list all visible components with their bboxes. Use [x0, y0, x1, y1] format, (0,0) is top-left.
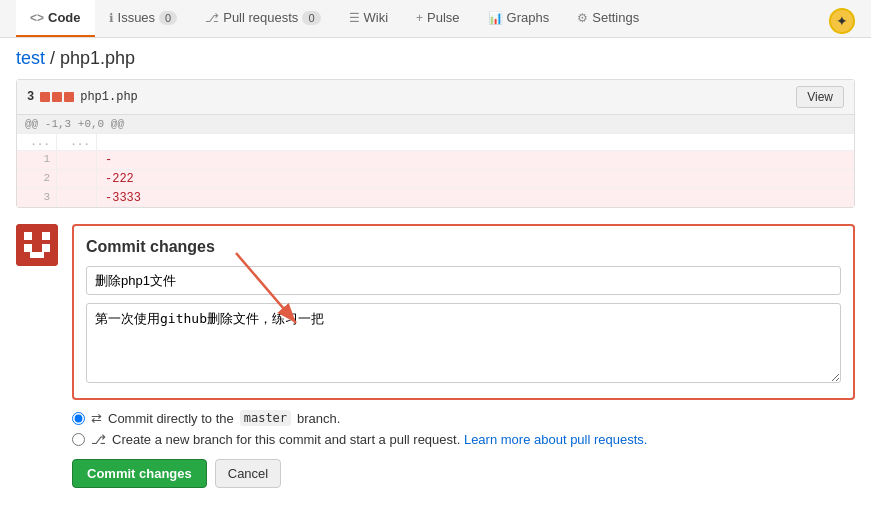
diff-row-context: ... ... [17, 134, 854, 151]
radio-new-branch-label: Create a new branch for this commit and … [112, 432, 460, 447]
diff-row-removed-1: 1 - [17, 151, 854, 170]
diff-squares [40, 92, 74, 102]
radio-direct-icon: ⇄ [91, 411, 102, 426]
tab-issues-label: Issues [118, 10, 156, 25]
line-num-old-3: 2 [17, 170, 57, 188]
nav-tabs: <> Code ℹ Issues 0 ⎇ Pull requests 0 ☰ W… [0, 0, 871, 38]
wiki-icon: ☰ [349, 11, 360, 25]
breadcrumb: test / php1.php [0, 38, 871, 79]
view-button[interactable]: View [796, 86, 844, 108]
line-num-new-3 [57, 170, 97, 188]
pr-icon: ⎇ [205, 11, 219, 25]
pr-icon-radio: ⎇ [91, 432, 106, 447]
commit-description-textarea[interactable] [86, 303, 841, 383]
line-num-new-1: ... [57, 134, 97, 150]
tab-settings-label: Settings [592, 10, 639, 25]
tab-pull-requests[interactable]: ⎇ Pull requests 0 [191, 0, 334, 37]
tab-settings[interactable]: ⚙ Settings [563, 0, 653, 37]
tab-code-label: Code [48, 10, 81, 25]
line-content-4: -3333 [97, 189, 854, 207]
diff-square-3 [64, 92, 74, 102]
diff-square-2 [52, 92, 62, 102]
svg-rect-3 [24, 244, 32, 252]
diff-container: 3 php1.php View @@ -1,3 +0,0 @@ ... ... … [16, 79, 855, 208]
line-num-old-2: 1 [17, 151, 57, 169]
avatar [16, 224, 58, 266]
breadcrumb-repo-link[interactable]: test [16, 48, 45, 68]
commit-form-box: Commit changes [72, 224, 855, 400]
cancel-button[interactable]: Cancel [215, 459, 281, 488]
radio-new-branch-option: ⎇ Create a new branch for this commit an… [72, 432, 855, 447]
avatar-container [16, 224, 58, 488]
tab-pulse-label: Pulse [427, 10, 460, 25]
learn-more-link[interactable]: Learn more about pull requests. [464, 432, 648, 447]
line-content-3: -222 [97, 170, 854, 188]
diff-meta: @@ -1,3 +0,0 @@ [17, 115, 854, 134]
commit-form-wrapper: Commit changes ⇄ Comm [72, 224, 855, 488]
svg-rect-4 [42, 244, 50, 252]
commit-count: 3 [27, 90, 34, 104]
tab-issues[interactable]: ℹ Issues 0 [95, 0, 192, 37]
radio-new-branch-text: Create a new branch for this commit and … [112, 432, 647, 447]
commit-changes-button[interactable]: Commit changes [72, 459, 207, 488]
radio-direct-suffix: branch. [297, 411, 340, 426]
tab-wiki-label: Wiki [364, 10, 389, 25]
tab-graphs-label: Graphs [507, 10, 550, 25]
tab-pulse[interactable]: + Pulse [402, 0, 474, 37]
svg-rect-2 [42, 232, 50, 240]
tab-graphs[interactable]: 📊 Graphs [474, 0, 564, 37]
info-icon: ℹ [109, 11, 114, 25]
tab-code[interactable]: <> Code [16, 0, 95, 37]
diff-row-removed-2: 2 -222 [17, 170, 854, 189]
diff-filename: php1.php [80, 90, 138, 104]
diff-header: 3 php1.php View [17, 80, 854, 115]
line-num-old-4: 3 [17, 189, 57, 207]
breadcrumb-file: php1.php [60, 48, 135, 68]
commit-summary-input[interactable] [86, 266, 841, 295]
diff-header-left: 3 php1.php [27, 90, 138, 104]
graphs-icon: 📊 [488, 11, 503, 25]
button-row: Commit changes Cancel [72, 459, 855, 488]
settings-icon: ⚙ [577, 11, 588, 25]
tab-pr-label: Pull requests [223, 10, 298, 25]
svg-rect-0 [16, 224, 58, 266]
line-content-2: - [97, 151, 854, 169]
line-num-old-1: ... [17, 134, 57, 150]
svg-rect-5 [30, 252, 44, 258]
svg-rect-1 [24, 232, 32, 240]
line-content-1 [97, 134, 854, 150]
pulse-icon: + [416, 11, 423, 25]
code-icon: <> [30, 11, 44, 25]
diff-square-1 [40, 92, 50, 102]
commit-section: Commit changes ⇄ Comm [0, 224, 871, 504]
radio-direct-text: Commit directly to the [108, 411, 234, 426]
issues-badge: 0 [159, 11, 177, 25]
branch-name-code: master [240, 410, 291, 426]
radio-direct-option: ⇄ Commit directly to the master branch. [72, 410, 855, 426]
user-avatar-circle[interactable]: ✦ [829, 8, 855, 34]
radio-new-branch-input[interactable] [72, 433, 85, 446]
tab-wiki[interactable]: ☰ Wiki [335, 0, 403, 37]
commit-form-title: Commit changes [86, 238, 841, 256]
pr-badge: 0 [302, 11, 320, 25]
line-num-new-4 [57, 189, 97, 207]
radio-section: ⇄ Commit directly to the master branch. … [72, 410, 855, 447]
diff-row-removed-3: 3 -3333 [17, 189, 854, 207]
breadcrumb-separator: / [50, 48, 60, 68]
radio-direct-input[interactable] [72, 412, 85, 425]
avatar-svg [16, 224, 58, 266]
line-num-new-2 [57, 151, 97, 169]
